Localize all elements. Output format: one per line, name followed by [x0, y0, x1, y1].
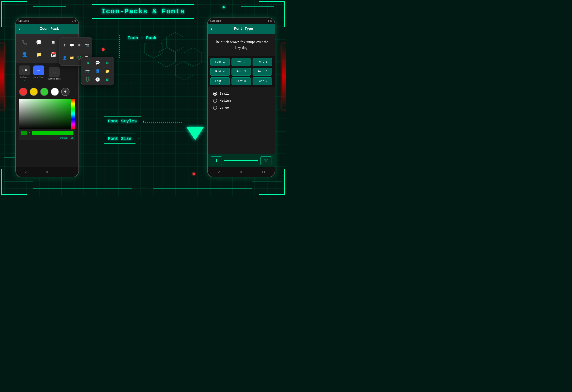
triangle-down-shape — [186, 127, 204, 140]
float-green-folder: 📁 — [103, 68, 111, 74]
radio-dot-small — [214, 93, 216, 95]
color-picker-buttons: CANCEL OK — [19, 136, 75, 140]
font-bottom-bar: 𝖳 𝐓 — [208, 154, 275, 167]
float-icon-user: 👤 — [62, 53, 67, 63]
icon-pack-badge: Icon - Pack — [121, 33, 164, 43]
font-size-section: Small Medium Large — [208, 87, 275, 117]
font-styles-badge: Font Styles — [101, 116, 144, 126]
font-btn-4[interactable]: Font 4 — [210, 68, 230, 75]
style-default-label: Default — [20, 76, 29, 78]
right-battery: 84% — [268, 20, 272, 22]
cancel-button[interactable]: CANCEL — [60, 137, 67, 139]
float-icon-cam: 📷 — [84, 40, 89, 50]
font-btn-2[interactable]: FONT 2 — [232, 58, 251, 66]
floating-panel-green: ☎ 💬 ⊞ 📷 👤 📁 💱 🕐 ⊟ — [81, 57, 114, 85]
right-nav-home-icon[interactable]: ○ — [240, 170, 242, 174]
icon-files[interactable]: 📁 — [34, 50, 43, 59]
radio-medium-label: Medium — [220, 99, 231, 103]
nav-back-icon[interactable]: ◁ — [25, 170, 27, 174]
darkness-gradient — [19, 99, 75, 129]
font-size-badge: Font Size — [101, 134, 139, 144]
float-green-grid: ⊞ — [103, 60, 111, 66]
float-green-extra: ⊟ — [103, 76, 111, 83]
radio-small[interactable]: Small — [213, 92, 269, 96]
font-btn-8[interactable]: Font 8 — [232, 77, 251, 85]
float-icon-phone: ☎ — [62, 40, 67, 50]
font-grid: Font 1 FONT 2 Font 3 Font 4 Font 5 Font … — [208, 56, 275, 87]
line-check: ✓ — [38, 79, 39, 82]
style-system-label: System Icon — [48, 78, 61, 80]
font-btn-7[interactable]: Font 7 — [210, 77, 230, 85]
style-line-label: Line Icon — [33, 76, 44, 78]
float-green-msg: 💬 — [94, 60, 101, 66]
red-dot-1 — [102, 48, 105, 51]
color-picker: ▶ CANCEL OK — [19, 99, 75, 140]
style-line-box: ⊞⊟ — [33, 65, 44, 75]
float-green-phone: ☎ — [84, 60, 92, 66]
color-add-button[interactable]: + — [61, 88, 69, 96]
red-dot-2 — [192, 173, 195, 175]
right-nav-bar: ◁ ○ □ — [208, 167, 275, 177]
left-nav-bar: ◁ ○ □ — [16, 167, 79, 177]
font-bar-icon-text[interactable]: 𝖳 — [211, 156, 222, 165]
left-battery: 84% — [72, 20, 76, 22]
icon-calendar[interactable]: 📅 — [49, 50, 58, 59]
style-system[interactable]: ●●● System Icon — [48, 67, 61, 80]
font-btn-5[interactable]: Font 5 — [232, 68, 251, 75]
color-green[interactable] — [40, 88, 48, 96]
color-red[interactable] — [19, 88, 27, 96]
font-btn-1[interactable]: Font 1 — [210, 58, 230, 66]
icon-style-section: 📞💬 Default ✓ ⊞⊟ Line Icon ✓ ●●● System I… — [16, 63, 79, 86]
icon-sms[interactable]: 💬 — [34, 38, 43, 47]
spectrum-bar[interactable] — [71, 99, 75, 129]
color-white[interactable] — [51, 88, 59, 96]
left-back-button[interactable]: ‹ — [18, 27, 21, 31]
float-green-clock: 🕐 — [94, 76, 101, 83]
nav-recents-icon[interactable]: □ — [67, 170, 69, 174]
color-yellow[interactable] — [30, 88, 38, 96]
default-check: ✓ — [24, 79, 25, 82]
font-btn-9[interactable]: Font 9 — [253, 77, 272, 85]
radio-small-label: Small — [220, 92, 229, 95]
icon-contacts[interactable]: 👤 — [20, 50, 29, 59]
radio-large[interactable]: Large — [213, 106, 269, 110]
style-default-box: 📞💬 — [19, 65, 30, 75]
font-btn-6[interactable]: Font 6 — [253, 68, 272, 75]
right-nav-recents-icon[interactable]: □ — [262, 170, 265, 174]
ok-button[interactable]: OK — [71, 137, 73, 139]
triangle-decoration — [186, 127, 204, 140]
color-swatches: + — [16, 86, 79, 98]
right-nav-back-icon[interactable]: ◁ — [218, 170, 220, 174]
left-header-title: Icon Pack — [23, 27, 76, 31]
color-arrow-icon: ▶ — [29, 131, 30, 135]
nav-home-icon[interactable]: ○ — [46, 170, 48, 174]
color-before — [21, 131, 27, 135]
font-size-label-container: Font Size — [101, 134, 139, 144]
float-icon-msg: 💬 — [69, 40, 75, 50]
color-preview-row: ▶ — [19, 129, 75, 136]
icon-style-row: 📞💬 Default ✓ ⊞⊟ Line Icon ✓ ●●● System I… — [19, 65, 75, 82]
phone-right: 11:56:28 84% ‹ Font Type The quick brown… — [207, 17, 275, 177]
app-title-container: Icon-Packs & Fonts — [88, 4, 199, 19]
font-preview-text: The quick brown fox jumps over the lazy … — [208, 34, 275, 56]
right-header-title: Font Type — [215, 27, 272, 31]
font-styles-label-container: Font Styles — [101, 116, 144, 126]
font-btn-3[interactable]: Font 3 — [253, 58, 272, 66]
icon-phone[interactable]: 📞 — [20, 38, 29, 47]
font-bar-slider[interactable] — [224, 160, 258, 161]
left-phone-header: ‹ Icon Pack — [16, 24, 79, 34]
right-back-button[interactable]: ‹ — [210, 27, 213, 31]
style-line[interactable]: ⊞⊟ Line Icon ✓ — [33, 65, 44, 82]
icon-apps[interactable]: ⊞ — [49, 38, 58, 47]
right-phone-header: ‹ Font Type — [208, 24, 275, 34]
radio-circle-small — [213, 92, 217, 96]
right-time: 11:56:28 — [210, 20, 221, 22]
app-title: Icon-Packs & Fonts — [101, 7, 185, 15]
font-bar-icon-T[interactable]: 𝐓 — [260, 156, 271, 165]
float-green-user: 👤 — [94, 68, 101, 74]
radio-medium[interactable]: Medium — [213, 99, 269, 103]
float-icon-grid: ⊞ — [77, 40, 82, 50]
style-default[interactable]: 📞💬 Default ✓ — [19, 65, 30, 82]
float-icon-folder: 📁 — [69, 53, 75, 63]
color-picker-area[interactable] — [19, 99, 75, 129]
